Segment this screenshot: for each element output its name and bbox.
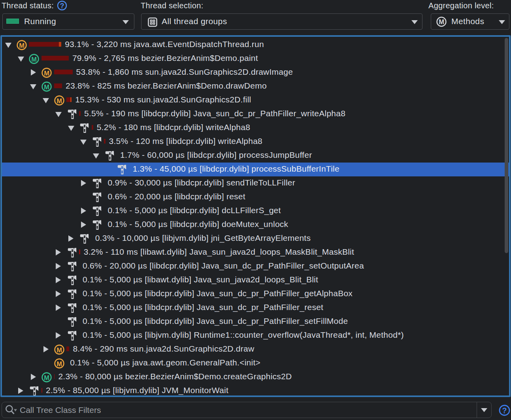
svg-text:M: M: [44, 83, 49, 90]
svg-text:M: M: [439, 18, 444, 25]
svg-text:M: M: [57, 346, 62, 353]
svg-text:M: M: [57, 97, 62, 104]
svg-text:?: ?: [60, 2, 64, 10]
svg-text:?: ?: [502, 406, 507, 415]
svg-text:M: M: [32, 55, 37, 62]
svg-text:M: M: [44, 374, 49, 381]
svg-text:M: M: [19, 42, 25, 49]
svg-text:M: M: [44, 69, 49, 76]
svg-text:M: M: [57, 360, 62, 367]
